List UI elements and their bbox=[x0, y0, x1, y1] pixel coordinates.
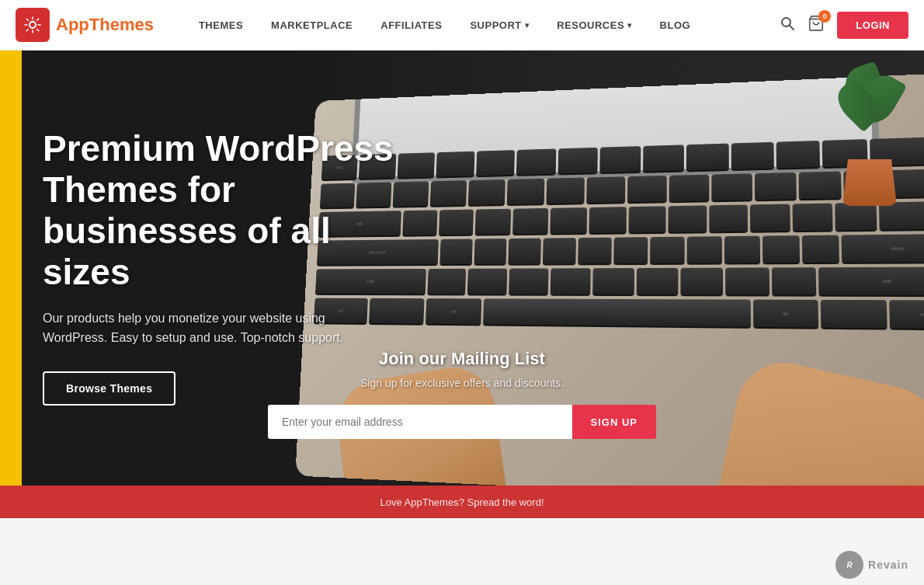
nav-links: THEMES MARKETPLACE AFFILIATES SUPPORT▾ R… bbox=[185, 0, 780, 50]
revain-icon: R bbox=[835, 551, 863, 579]
nav-resources[interactable]: RESOURCES▾ bbox=[543, 0, 645, 50]
signup-button[interactable]: SIGN UP bbox=[572, 405, 656, 439]
email-input[interactable] bbox=[268, 405, 572, 439]
mailing-list-title: Join our Mailing List bbox=[268, 349, 656, 369]
logo-icon bbox=[16, 8, 50, 42]
login-button[interactable]: LOGIN bbox=[837, 12, 908, 39]
cart-icon[interactable]: 0 bbox=[808, 15, 825, 36]
mailing-list-subtitle: Sign up for exclusive offers and discoun… bbox=[268, 377, 656, 389]
svg-line-2 bbox=[790, 26, 794, 30]
hero-subtitle: Our products help you monetize your webs… bbox=[43, 308, 353, 348]
logo[interactable]: AppThemes bbox=[16, 8, 154, 42]
revain-text: Revain bbox=[868, 559, 908, 571]
plant-decoration bbox=[831, 66, 908, 206]
revain-badge: R Revain bbox=[835, 551, 908, 579]
yellow-accent bbox=[0, 50, 22, 486]
browse-themes-button[interactable]: Browse Themes bbox=[43, 371, 175, 406]
hero-title: Premium WordPress Themes for businesses … bbox=[43, 128, 415, 293]
nav-support[interactable]: SUPPORT▾ bbox=[456, 0, 543, 50]
mailing-list-form: SIGN UP bbox=[268, 405, 656, 439]
navbar: AppThemes THEMES MARKETPLACE AFFILIATES … bbox=[0, 0, 924, 50]
nav-themes[interactable]: THEMES bbox=[185, 0, 257, 50]
logo-text: AppThemes bbox=[56, 15, 154, 35]
nav-marketplace[interactable]: MARKETPLACE bbox=[257, 0, 366, 50]
plant-pot bbox=[842, 159, 897, 206]
red-banner: Love AppThemes? Spread the word! bbox=[0, 486, 924, 518]
svg-point-0 bbox=[30, 22, 36, 28]
search-icon[interactable] bbox=[780, 16, 795, 35]
nav-affiliates[interactable]: AFFILIATES bbox=[366, 0, 456, 50]
hero-section: esc tab caps bbox=[0, 50, 924, 486]
cart-badge: 0 bbox=[818, 10, 831, 23]
navbar-right: 0 LOGIN bbox=[780, 12, 908, 39]
svg-text:R: R bbox=[846, 561, 853, 569]
mailing-list-overlay: Join our Mailing List Sign up for exclus… bbox=[268, 349, 656, 439]
bottom-area: R Revain bbox=[0, 518, 924, 585]
red-banner-text: Love AppThemes? Spread the word! bbox=[380, 496, 544, 508]
nav-blog[interactable]: BLOG bbox=[646, 0, 705, 50]
plant-leaves bbox=[839, 66, 901, 159]
resources-caret: ▾ bbox=[627, 21, 632, 30]
support-caret: ▾ bbox=[525, 21, 530, 30]
